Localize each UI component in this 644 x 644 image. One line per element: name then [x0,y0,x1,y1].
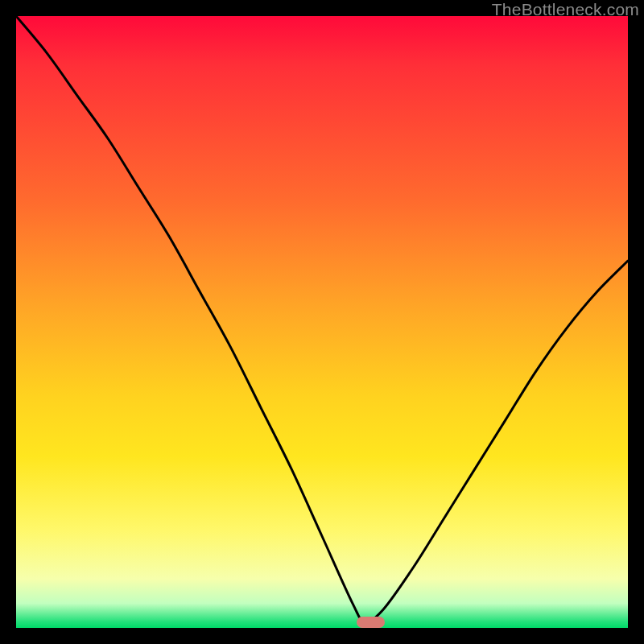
optimal-point-marker [357,617,385,628]
plot-area [16,16,628,628]
bottleneck-curve [16,16,628,628]
watermark-text: TheBottleneck.com [492,0,639,19]
chart-frame: TheBottleneck.com [0,0,644,644]
